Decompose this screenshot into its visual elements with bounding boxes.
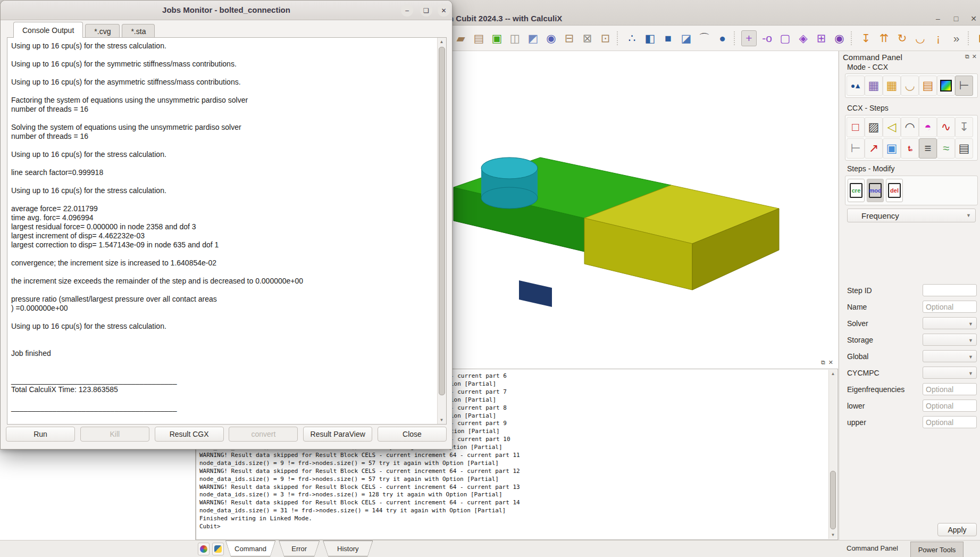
result-cgx-button[interactable]: Result CGX <box>155 427 224 442</box>
lower-field[interactable] <box>923 400 977 412</box>
beam-nodes-icon[interactable]: ⊞ <box>975 30 980 46</box>
cubes-stack-icon[interactable]: ◧ <box>642 30 658 46</box>
rotation-bc-icon[interactable]: ↻ <box>894 30 910 46</box>
bolt-head-top[interactable] <box>481 157 538 179</box>
report-list-icon[interactable]: ▤ <box>955 138 973 159</box>
scroll-down-icon[interactable]: ▼ <box>829 531 837 539</box>
loads-beam-mode-icon[interactable]: ⊢ <box>955 76 973 96</box>
python-icon[interactable] <box>212 543 224 555</box>
del-step-button[interactable]: del <box>886 179 903 202</box>
cantilever-icon[interactable]: ⊢ <box>847 138 865 159</box>
bolt-nut-body[interactable] <box>519 280 552 307</box>
close-button[interactable]: Close <box>378 427 447 442</box>
tab-power-tools[interactable]: Power Tools <box>910 542 964 557</box>
maximize-icon[interactable]: □ <box>950 13 962 24</box>
pressure-load-icon[interactable]: ⇈ <box>876 30 892 46</box>
measured-brick-icon[interactable]: ▤ <box>471 30 487 46</box>
dialog-titlebar[interactable]: Jobs Monitor - bolted_connection – ❏ ✕ <box>1 1 452 20</box>
bricks-mode-icon[interactable]: ▤ <box>919 76 937 96</box>
solver-dropdown[interactable]: ▼ <box>923 317 977 329</box>
mod-step-button[interactable]: mod <box>867 179 884 202</box>
brick-plank-icon[interactable]: ▰ <box>453 30 468 46</box>
global-dropdown[interactable]: ▼ <box>923 350 977 362</box>
close-icon[interactable]: ✕ <box>968 13 979 24</box>
nodes-square-icon[interactable]: □ <box>847 117 865 137</box>
boolean-lens-icon[interactable]: ◉ <box>543 30 559 46</box>
select-volume-icon[interactable]: ◈ <box>795 30 811 46</box>
plate-load-icon[interactable]: ↧ <box>955 117 973 137</box>
halfspace-contact-icon[interactable]: ◓ <box>919 117 937 137</box>
surface-face-icon[interactable]: ◪ <box>679 30 694 46</box>
select-vertex-icon[interactable]: + <box>741 30 757 46</box>
maximize-icon[interactable]: ❏ <box>420 4 432 16</box>
select-curve-icon[interactable]: -o <box>759 30 775 46</box>
dialog-scroll-thumb[interactable] <box>439 47 445 395</box>
thermometer-icon[interactable]: ¡ <box>931 30 946 46</box>
sheet-mode-icon[interactable]: ◡ <box>901 76 919 96</box>
overflow-chevron-icon[interactable]: » <box>949 30 964 46</box>
shell-plate-icon[interactable]: ◡ <box>912 30 928 46</box>
minimize-icon[interactable]: – <box>932 13 944 24</box>
form-row: Name <box>847 298 977 315</box>
geometry-mode-icon[interactable]: ●▲ <box>847 76 865 96</box>
scroll-up-icon[interactable]: ▲ <box>438 38 446 46</box>
select-surface-icon[interactable]: ▢ <box>777 30 793 46</box>
console-tab-command[interactable]: Command <box>225 541 275 556</box>
cube-plane-icon[interactable]: ◩ <box>525 30 541 46</box>
dialog-tab--sta[interactable]: *.sta <box>122 24 155 38</box>
result-paraview-button[interactable]: Result ParaView <box>303 427 372 442</box>
copy-brick-icon[interactable]: ⊡ <box>598 30 613 46</box>
step-type-dropdown[interactable]: Frequency ▼ <box>847 209 976 222</box>
cycmpc-dropdown[interactable]: ▼ <box>923 367 977 379</box>
storage-dropdown[interactable]: ▼ <box>923 334 977 346</box>
select-mesh-icon[interactable]: ⊞ <box>814 30 829 46</box>
initial-time-icon[interactable]: t₀ <box>901 138 919 159</box>
ramp-curve-icon[interactable]: ↗ <box>865 138 883 159</box>
apply-button[interactable]: Apply <box>937 523 977 536</box>
scroll-down-icon[interactable]: ▼ <box>438 416 446 424</box>
webcut-cube-icon[interactable]: ▣ <box>489 30 505 46</box>
dialog-tab-console-output[interactable]: Console Output <box>13 22 83 38</box>
eigenfrequencies-field[interactable] <box>923 383 977 395</box>
float-panel-icon[interactable]: ⧉ <box>965 53 969 60</box>
grey-cube-icon[interactable]: ◫ <box>507 30 523 46</box>
console-tab-error[interactable]: Error <box>279 541 320 556</box>
force-load-icon[interactable]: ↧ <box>858 30 874 46</box>
float-dock-icon[interactable]: ⧉ <box>821 359 825 366</box>
blue-cube-icon[interactable]: ■ <box>660 30 676 46</box>
close-dock-icon[interactable]: ✕ <box>828 359 833 366</box>
gradient-quad-icon[interactable]: ▣ <box>883 138 901 159</box>
run-button[interactable]: Run <box>6 427 75 442</box>
bolt-head-bottom[interactable] <box>481 187 538 209</box>
scroll-up-icon[interactable]: ▲ <box>829 370 837 378</box>
name-field[interactable] <box>923 301 977 313</box>
select-body-icon[interactable]: ◉ <box>832 30 847 46</box>
dialog-scrollbar[interactable]: ▲ ▼ <box>437 38 446 424</box>
minimize-icon[interactable]: – <box>401 4 413 16</box>
results-colormap-icon[interactable] <box>937 76 955 96</box>
cre-step-button[interactable]: cre <box>848 179 865 202</box>
mesh-mode-icon[interactable]: ▦ <box>865 76 883 96</box>
amplitude-curve-icon[interactable]: ∿ <box>937 117 955 137</box>
tab-command-panel[interactable]: Command Panel <box>847 544 898 552</box>
group-spheres-icon[interactable]: ∴ <box>624 30 640 46</box>
vertex-sphere-icon[interactable]: ● <box>715 30 730 46</box>
steps-list-icon[interactable]: ≡ <box>919 138 937 159</box>
console-scroll-thumb[interactable] <box>830 471 836 529</box>
cubit-logo-icon[interactable] <box>198 543 210 555</box>
upper-field[interactable] <box>923 416 977 428</box>
close-panel-icon[interactable]: ✕ <box>972 53 977 60</box>
spider-rbe-icon[interactable]: ◁ <box>883 117 901 137</box>
step-id-field[interactable] <box>923 284 977 296</box>
split-bricks-icon[interactable]: ⊟ <box>562 30 577 46</box>
random-waves-icon[interactable]: ≈ <box>937 138 955 159</box>
curve-arc-icon[interactable]: ⌒ <box>697 30 712 46</box>
hatched-square-icon[interactable]: ▨ <box>865 117 883 137</box>
close-icon[interactable]: ✕ <box>438 4 450 16</box>
subtract-brick-icon[interactable]: ⊠ <box>580 30 595 46</box>
dialog-tab--cvg[interactable]: *.cvg <box>85 24 120 38</box>
blocks-mode-icon[interactable]: ▦ <box>883 76 901 96</box>
console-scrollbar[interactable]: ▲ ▼ <box>828 370 837 539</box>
console-tab-history[interactable]: History <box>323 541 373 556</box>
contact-arc-icon[interactable]: ◠ <box>901 117 919 137</box>
